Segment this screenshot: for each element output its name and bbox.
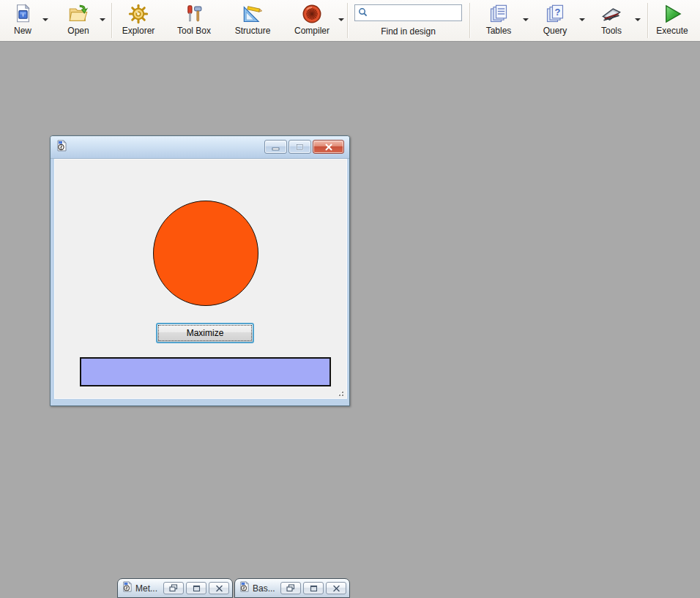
form-window-titlebar[interactable]	[51, 136, 349, 159]
toolbar-button-toolbox[interactable]: Tool Box	[173, 1, 215, 40]
execute-icon	[652, 1, 693, 26]
orange-circle-shape	[153, 201, 258, 306]
explorer-gear-icon	[117, 1, 160, 26]
open-dropdown-arrow[interactable]	[100, 18, 105, 21]
find-in-design-label: Find in design	[354, 26, 462, 37]
restore-icon	[286, 582, 295, 595]
maximize-icon	[296, 141, 304, 154]
tables-icon	[479, 1, 518, 26]
maximize-icon	[310, 582, 318, 595]
toolbar-label-tools: Tools	[592, 26, 631, 36]
app-icon	[122, 581, 133, 595]
minimized-window-met[interactable]: Met...	[117, 578, 233, 598]
tables-dropdown-arrow[interactable]	[523, 18, 529, 21]
new-dropdown-arrow[interactable]	[42, 18, 48, 21]
close-icon	[324, 141, 333, 154]
form-maximize-button[interactable]: Maximize	[156, 323, 254, 343]
toolbar-button-structure[interactable]: Structure	[231, 1, 274, 40]
toolbar-separator	[347, 3, 348, 38]
purple-rectangle-shape	[80, 357, 331, 386]
maximize-icon	[193, 582, 201, 595]
tools-dropdown-arrow[interactable]	[635, 18, 641, 21]
toolbar-separator	[469, 3, 470, 38]
close-icon	[332, 582, 340, 595]
minimized-window-title: Met...	[135, 583, 162, 594]
search-icon	[358, 7, 368, 20]
minimize-icon	[272, 141, 280, 154]
toolbar-button-tables[interactable]: Tables	[479, 1, 518, 40]
maximize-button[interactable]	[186, 582, 206, 594]
restore-button[interactable]	[163, 582, 184, 594]
resize-grip[interactable]	[335, 388, 344, 397]
open-folder-icon	[62, 1, 95, 26]
main-toolbar: New Open Explorer Tool Box Structure Com…	[0, 0, 700, 42]
restore-icon	[169, 582, 178, 595]
toolbar-button-new[interactable]: New	[6, 1, 40, 40]
find-in-design-box[interactable]	[354, 4, 462, 21]
minimized-window-bas[interactable]: Bas...	[234, 578, 350, 598]
toolbar-label-new: New	[6, 26, 40, 36]
toolbar-button-tools[interactable]: Tools	[592, 1, 631, 40]
toolbar-button-explorer[interactable]: Explorer	[117, 1, 160, 40]
toolbar-label-compiler: Compiler	[291, 26, 333, 36]
app-icon	[56, 140, 67, 154]
toolbar-label-explorer: Explorer	[117, 26, 160, 36]
query-dropdown-arrow[interactable]	[579, 18, 585, 21]
new-document-icon	[6, 1, 40, 26]
compiler-icon	[291, 1, 333, 26]
tools-icon	[592, 1, 631, 26]
restore-button[interactable]	[280, 582, 301, 594]
toolbar-label-query: Query	[535, 26, 575, 36]
toolbox-icon	[173, 1, 215, 26]
toolbar-button-compiler[interactable]: Compiler	[291, 1, 333, 40]
structure-icon	[231, 1, 274, 26]
toolbar-label-structure: Structure	[231, 26, 274, 36]
toolbar-label-execute: Execute	[652, 26, 693, 36]
design-form-window: Maximize	[50, 135, 350, 406]
app-icon	[239, 581, 250, 595]
compiler-dropdown-arrow[interactable]	[338, 18, 344, 21]
toolbar-button-open[interactable]: Open	[62, 1, 95, 40]
close-icon	[215, 582, 223, 595]
close-button[interactable]	[209, 582, 229, 594]
toolbar-label-open: Open	[62, 26, 95, 36]
toolbar-button-execute[interactable]: Execute	[652, 1, 693, 40]
svg-text:?: ?	[555, 6, 561, 17]
query-icon: ?	[535, 1, 575, 26]
close-button[interactable]	[313, 140, 344, 154]
toolbar-separator	[647, 3, 648, 38]
close-button[interactable]	[326, 582, 346, 594]
minimized-window-title: Bas...	[253, 583, 279, 594]
maximize-button[interactable]	[303, 582, 324, 594]
form-client-area: Maximize	[54, 159, 347, 399]
find-in-design-group: Find in design	[354, 4, 462, 40]
toolbar-separator	[111, 3, 112, 38]
find-in-design-input[interactable]	[368, 8, 454, 18]
toolbar-label-tables: Tables	[479, 26, 518, 36]
toolbar-label-toolbox: Tool Box	[173, 26, 215, 36]
toolbar-button-query[interactable]: ? Query	[535, 1, 575, 40]
maximize-button[interactable]	[288, 140, 311, 154]
minimize-button[interactable]	[264, 140, 287, 154]
